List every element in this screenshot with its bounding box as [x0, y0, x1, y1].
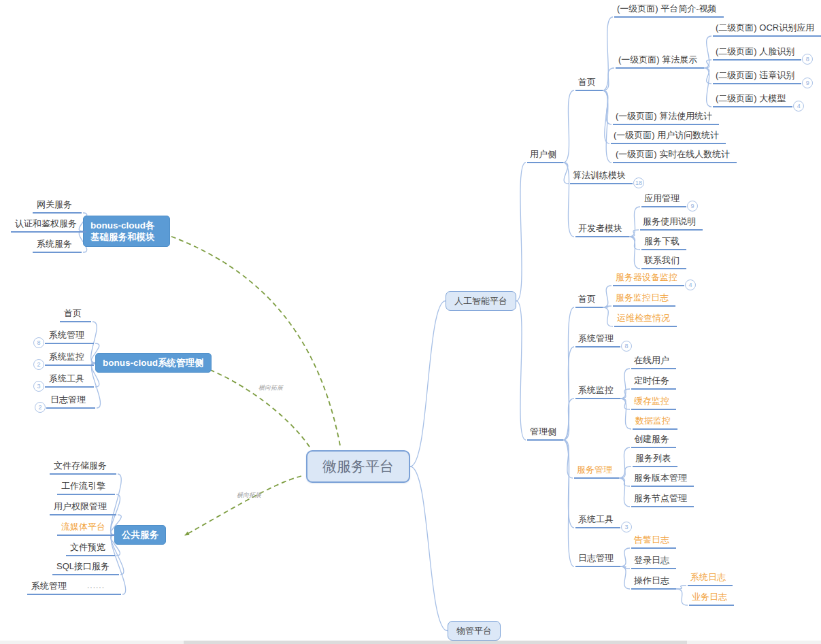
- node-user_side[interactable]: 用户侧: [527, 148, 563, 163]
- node-label: 流媒体平台: [61, 522, 105, 532]
- expansion-arrow-to-public-services: [185, 476, 301, 535]
- node-s_ocr[interactable]: (二级页面) OCR识别应用18: [713, 22, 821, 37]
- node-label: 系统监控: [578, 385, 614, 395]
- node-label: 算法训练模块: [573, 170, 626, 180]
- node-label: 首页: [64, 308, 82, 318]
- node-user_perm[interactable]: 用户权限管理: [50, 501, 116, 515]
- node-svc_usage[interactable]: 服务使用说明: [640, 216, 703, 231]
- node-label: 系统管理: [578, 333, 614, 343]
- node-home_m[interactable]: 首页: [575, 293, 603, 308]
- node-gw_svc[interactable]: 网关服务: [33, 199, 82, 214]
- node-log_mgmt_l[interactable]: 日志管理2: [46, 394, 95, 409]
- node-ops_check[interactable]: 运维检查情况: [614, 312, 677, 327]
- count-badge[interactable]: 2: [33, 359, 44, 370]
- node-box1[interactable]: bonus-cloud各基础服务和模块: [83, 216, 170, 247]
- count-badge[interactable]: 9: [687, 201, 698, 211]
- node-login_log[interactable]: 登录日志: [631, 554, 676, 569]
- node-label: 系统日志: [690, 572, 726, 582]
- branch-curve: [629, 237, 640, 269]
- node-home_l[interactable]: 首页: [60, 307, 91, 322]
- node-center[interactable]: 微服务平台: [306, 450, 410, 483]
- node-biz_log[interactable]: 业务日志: [689, 591, 734, 606]
- count-badge[interactable]: 8: [621, 341, 632, 352]
- node-sys_mgmt_l2[interactable]: 系统管理: [27, 580, 121, 595]
- node-sys_log[interactable]: 系统日志: [688, 571, 733, 586]
- node-label: 运维检查情况: [617, 313, 670, 323]
- node-timed_tasks[interactable]: 定时任务: [631, 375, 676, 390]
- node-sys_mon_l[interactable]: 系统监控2: [45, 351, 94, 366]
- node-label: 业务日志: [692, 592, 727, 602]
- count-badge[interactable]: 4: [685, 279, 696, 290]
- node-label: 系统工具: [578, 514, 614, 524]
- node-p_intro[interactable]: (一级页面) 平台简介-视频: [614, 3, 724, 18]
- mindmap-canvas[interactable]: 横向拓展 横向拓展 微服务平台人工智能平台物管平台用户侧管理侧首页(一级页面) …: [0, 0, 821, 644]
- node-sys_tools_l[interactable]: 系统工具3: [45, 373, 94, 388]
- node-p_online_stat[interactable]: (一级页面) 实时在线人数统计: [613, 148, 737, 163]
- node-svc_version[interactable]: 服务版本管理: [631, 472, 694, 487]
- node-log_mgmt_m[interactable]: 日志管理: [575, 552, 620, 567]
- connector-lines: [0, 0, 821, 644]
- node-svc_download[interactable]: 服务下载: [641, 235, 686, 250]
- node-data_mon[interactable]: 数据监控: [633, 415, 677, 430]
- node-box3[interactable]: 公共服务: [114, 525, 166, 545]
- node-contact_us[interactable]: 联系我们: [641, 254, 686, 269]
- node-cache_mon[interactable]: 缓存监控: [631, 395, 676, 410]
- node-srv_device_mon[interactable]: 服务器设备监控4: [613, 271, 684, 286]
- horizontal-scrollbar-thumb[interactable]: [184, 641, 687, 644]
- branch-curve: [704, 68, 711, 107]
- node-label: 操作日志: [634, 575, 669, 586]
- node-ai[interactable]: 人工智能平台: [446, 291, 516, 311]
- node-p_visit_stat[interactable]: (一级页面) 用户访问数统计: [611, 129, 726, 144]
- node-label: 告警日志: [634, 535, 669, 545]
- node-p_algo_stat[interactable]: (一级页面) 算法使用统计: [613, 110, 719, 125]
- node-sys_svc[interactable]: 系统服务: [33, 238, 82, 253]
- node-s_face[interactable]: (二级页面) 人脸识别8: [713, 46, 801, 61]
- node-stream_media[interactable]: 流媒体平台: [57, 521, 115, 536]
- count-badge[interactable]: 8: [33, 337, 44, 348]
- node-label: 数据监控: [635, 416, 671, 426]
- node-dev_module[interactable]: 开发者模块: [575, 222, 629, 237]
- node-auth_svc[interactable]: 认证和鉴权服务: [11, 218, 86, 233]
- node-label: 文件存储服务: [54, 460, 107, 471]
- horizontal-scrollbar[interactable]: [0, 641, 821, 644]
- node-file_storage[interactable]: 文件存储服务: [50, 460, 116, 475]
- node-home_u[interactable]: 首页: [575, 76, 603, 91]
- node-svc_mon_log[interactable]: 服务监控日志: [613, 292, 675, 307]
- arrow-label-horizontal-expansion: 横向拓展: [237, 491, 261, 500]
- node-op_log[interactable]: 操作日志: [631, 575, 676, 590]
- node-create_svc[interactable]: 创建服务: [631, 433, 676, 448]
- node-sys_mgmt_m[interactable]: 系统管理8: [575, 333, 620, 348]
- node-sys_tools_m[interactable]: 系统工具3: [575, 513, 620, 528]
- node-label: (一级页面) 用户访问数统计: [614, 130, 719, 140]
- node-p_algo_show[interactable]: (一级页面) 算法展示: [616, 54, 704, 69]
- node-label: 认证和鉴权服务: [15, 218, 77, 228]
- count-badge[interactable]: 18: [633, 177, 644, 188]
- node-online_users[interactable]: 在线用户: [631, 354, 676, 369]
- node-label: 系统管理: [31, 581, 67, 591]
- node-alarm_log[interactable]: 告警日志: [631, 534, 676, 549]
- node-box2[interactable]: bonus-cloud系统管理侧: [95, 353, 212, 373]
- branch-curve: [676, 586, 686, 589]
- node-admin_side[interactable]: 管理侧: [527, 426, 563, 441]
- node-label: 服务使用说明: [643, 216, 696, 226]
- node-svc_node[interactable]: 服务节点管理: [631, 492, 694, 507]
- node-s_violation[interactable]: (二级页面) 违章识别9: [713, 69, 801, 84]
- node-sys_mon_m[interactable]: 系统监控: [575, 384, 620, 399]
- node-sql_api[interactable]: SQL接口服务: [52, 560, 119, 575]
- count-badge[interactable]: 3: [33, 381, 44, 392]
- node-svc_list[interactable]: 服务列表: [633, 452, 677, 467]
- node-wu[interactable]: 物管平台: [448, 621, 501, 641]
- node-file_preview[interactable]: 文件预览: [66, 541, 115, 556]
- branch-curve: [410, 467, 448, 631]
- node-label: 服务监控日志: [616, 292, 669, 303]
- node-s_large[interactable]: (二级页面) 大模型4: [713, 92, 792, 107]
- count-badge[interactable]: 3: [621, 522, 632, 532]
- count-badge[interactable]: 2: [35, 402, 46, 413]
- node-workflow[interactable]: 工作流引擎: [57, 480, 115, 495]
- node-label: 系统服务: [37, 239, 72, 249]
- node-sys_mgmt_l[interactable]: 系统管理8: [45, 329, 94, 344]
- node-app_mgmt[interactable]: 应用管理9: [641, 192, 686, 207]
- node-ellipsis[interactable]: ......: [87, 580, 105, 592]
- node-algo_train[interactable]: 算法训练模块18: [570, 169, 633, 184]
- node-svc_mgmt[interactable]: 服务管理: [574, 464, 619, 479]
